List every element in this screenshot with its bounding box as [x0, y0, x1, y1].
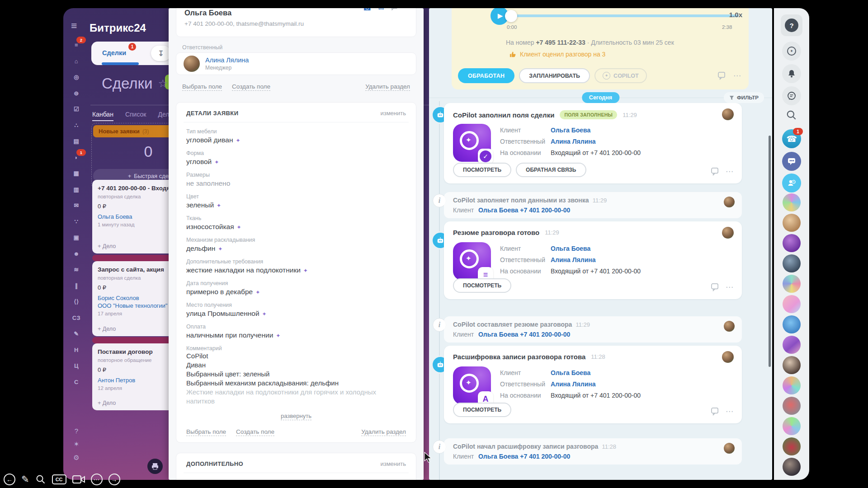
user-avatar[interactable] [783, 336, 801, 354]
printer-icon[interactable] [147, 459, 163, 474]
mail-icon[interactable]: ✉ [68, 197, 85, 214]
star-icon[interactable]: ✶ [74, 440, 80, 448]
s-icon[interactable]: С [68, 374, 85, 390]
status-processed-button[interactable]: ОБРАБОТАН [458, 68, 514, 83]
comment-field[interactable]: Комментарий CoPilot Диван Выбранный цвет… [186, 345, 406, 406]
automation-icon[interactable]: ∴ [68, 117, 85, 134]
create-field-link[interactable]: Создать поле [232, 83, 270, 91]
user-avatar[interactable] [783, 193, 801, 211]
metrics-icon[interactable]: ∥ [68, 278, 85, 294]
help-button[interactable]: ? [781, 14, 802, 36]
user-avatar[interactable] [783, 234, 801, 252]
comment-icon[interactable] [717, 71, 726, 80]
storage-icon[interactable]: ≋ [68, 262, 85, 278]
forward-icon[interactable]: → [108, 474, 120, 485]
playback-speed[interactable]: 1.0x [729, 11, 742, 19]
user-avatar[interactable] [783, 356, 801, 374]
sign-icon[interactable]: ✎ [68, 326, 85, 342]
user-avatar[interactable] [783, 315, 801, 333]
responsible-name[interactable]: Алина Лялина [205, 56, 249, 64]
create-field-link[interactable]: Создать поле [236, 428, 274, 436]
calendar-icon[interactable]: ▦ [68, 165, 85, 182]
client-link[interactable]: Ольга Боева [551, 369, 590, 376]
user-avatar[interactable] [783, 275, 801, 293]
marketing-icon[interactable]: ◎ [68, 69, 85, 85]
copilot-button[interactable]: ✦ COPILOT [594, 68, 647, 83]
copilot-rail-button[interactable]: ✦ [782, 42, 801, 61]
field-item[interactable]: Размеры не заполнено [186, 172, 406, 188]
responsible-card[interactable]: Алина Лялина Менеджер [176, 52, 416, 75]
user-avatar[interactable] [783, 214, 801, 232]
feedback-button[interactable]: ОБРАТНАЯ СВЯЗЬ [516, 163, 586, 177]
sz-icon[interactable]: СЗ [68, 310, 85, 326]
filter-button[interactable]: ФИЛЬТР [724, 92, 764, 103]
presence-button[interactable] [782, 174, 801, 192]
back-icon[interactable]: ← [4, 474, 15, 485]
responsible-link[interactable]: Алина Лялина [551, 138, 595, 145]
user-avatar[interactable] [783, 254, 801, 272]
comment-icon[interactable] [711, 407, 719, 416]
field-item[interactable]: Тип мебели угловой диван✦ [186, 128, 406, 144]
chat-icon[interactable]: ◗ 1 [68, 150, 85, 166]
edit-section-link[interactable]: изменить [380, 110, 406, 117]
export-button[interactable]: ↧ [151, 46, 171, 61]
user-avatar[interactable] [783, 437, 801, 455]
client-link[interactable]: Ольга Боева +7 401 200-00-00 [478, 453, 570, 460]
favorite-star-icon[interactable]: ☆ [158, 77, 168, 90]
responsible-link[interactable]: Алина Лялина [551, 380, 595, 388]
user-avatar[interactable] [783, 458, 801, 476]
client-link[interactable]: Ольга Боева +7 401 200-00-00 [478, 206, 570, 214]
client-link[interactable]: Ольга Боева +7 401 200-00-00 [478, 331, 570, 338]
more-icon[interactable]: ⋯ [726, 167, 734, 176]
developer-icon[interactable]: ⟨⟩ [68, 294, 85, 310]
pick-field-link[interactable]: Выбрать поле [182, 83, 222, 91]
email-icon[interactable]: ✉ [378, 8, 384, 12]
field-item[interactable]: Цвет зеленый✦ [186, 193, 406, 209]
user-avatar[interactable] [783, 295, 801, 313]
view-button[interactable]: ПОСМОТРЕТЬ [453, 278, 511, 293]
more-icon[interactable]: ⋯ [91, 474, 103, 485]
audio-track[interactable] [510, 14, 739, 17]
more-icon[interactable]: ⋯ [726, 282, 734, 292]
client-link[interactable]: Ольга Боева [551, 127, 590, 134]
user-avatar[interactable] [783, 376, 801, 394]
tab-deals[interactable]: Сделки [102, 49, 126, 56]
feed-icon[interactable]: ▤ [68, 133, 85, 150]
camera-icon[interactable] [72, 474, 85, 484]
user-avatar[interactable] [783, 397, 801, 415]
telephony-button[interactable]: ☎ 1 [782, 129, 801, 148]
expand-link[interactable]: развернуть [281, 413, 311, 420]
field-item[interactable]: Дата получения примерно в декабре✦ [186, 280, 406, 296]
field-item[interactable]: Дополнительные требования жесткие наклад… [186, 258, 406, 274]
tab-list[interactable]: Список [125, 111, 146, 121]
add-todo-link[interactable]: + Дело [98, 400, 116, 406]
edit-section-link[interactable]: изменить [380, 460, 406, 467]
notifications-button[interactable] [782, 64, 801, 83]
tab-kanban[interactable]: Канбан [92, 111, 113, 121]
draw-icon[interactable]: ✎ [21, 474, 29, 485]
chat-icon[interactable] [391, 8, 398, 13]
call-icon[interactable]: ☎ [362, 8, 372, 13]
clients-icon[interactable]: ∵ [68, 214, 85, 230]
messages-button[interactable] [782, 86, 801, 105]
add-todo-link[interactable]: + Дело [98, 326, 116, 332]
view-button[interactable]: ПОСМОТРЕТЬ [453, 163, 511, 177]
tasks-icon[interactable]: ☑ [68, 101, 85, 117]
c-icon[interactable]: Ц [68, 358, 85, 374]
scrollbar[interactable] [769, 136, 771, 367]
field-item[interactable]: Место получения улица Промышленной✦ [186, 302, 406, 318]
audio-knob[interactable] [505, 10, 517, 22]
settings-icon[interactable]: ⚙ [73, 454, 79, 462]
user-avatar[interactable] [783, 417, 801, 435]
more-icon[interactable]: ⋯ [726, 407, 734, 416]
comment-icon[interactable] [711, 283, 719, 291]
zoom-icon[interactable] [35, 474, 46, 485]
add-todo-link[interactable]: + Дело [98, 243, 116, 249]
shop-icon[interactable]: ⊚ [68, 85, 85, 102]
schedule-button[interactable]: ЗАПЛАНИРОВАТЬ [519, 68, 590, 83]
delete-section-link[interactable]: Удалить раздел [365, 83, 410, 91]
contact-name[interactable]: Ольга Боева [184, 9, 231, 17]
hamburger-menu-icon[interactable]: ≡ [71, 20, 77, 32]
subtitles-icon[interactable]: CC [52, 474, 66, 484]
contact-card-icon[interactable]: ▣ [68, 230, 85, 246]
